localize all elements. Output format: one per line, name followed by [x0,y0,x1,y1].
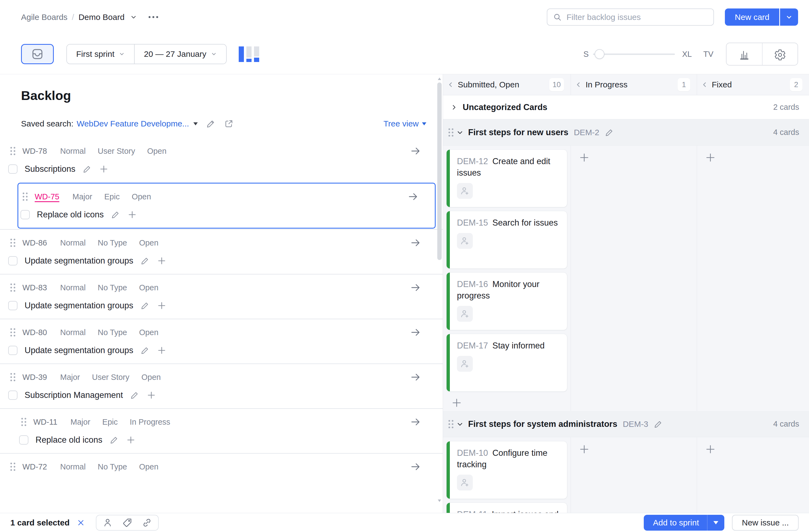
board-card[interactable]: DEM-11Import issues and articles [446,502,567,513]
search-input[interactable] [566,13,708,22]
new-issue-button[interactable]: New issue ... [732,515,798,531]
priority-field[interactable]: Major [72,192,92,201]
assignee-add-avatar[interactable] [457,306,473,322]
type-field[interactable]: User Story [92,373,130,382]
add-card-icon[interactable] [704,443,717,455]
add-to-sprint-dropdown[interactable] [707,515,724,531]
type-field[interactable]: Epic [102,417,118,427]
state-field[interactable]: Open [139,238,158,247]
edit-search-icon[interactable] [206,119,216,128]
issue-id-link[interactable]: WD-80 [22,328,47,337]
settings-button[interactable] [762,43,797,65]
card-id[interactable]: DEM-11 [457,510,487,513]
add-subtask-icon[interactable] [147,390,156,400]
issue-id-link[interactable]: WD-11 [33,417,57,427]
drag-handle-icon[interactable] [21,418,26,426]
edit-summary-icon[interactable] [109,435,119,445]
board-card[interactable]: DEM-12Create and edit issues [446,149,567,207]
backlog-scrollbar[interactable] [437,78,442,510]
sprint-name-dropdown[interactable]: First sprint [67,45,134,64]
priority-field[interactable]: Normal [60,462,85,471]
card-id[interactable]: DEM-10 [457,448,488,458]
issue-summary[interactable]: Update segmentation groups [24,256,133,266]
issue-checkbox[interactable] [8,165,17,174]
type-field[interactable]: User Story [98,147,135,156]
card-id[interactable]: DEM-15 [457,218,488,227]
move-to-board-icon[interactable] [410,237,421,248]
column-header-submitted-open[interactable]: Submitted, Open 10 [443,74,571,95]
board-card[interactable]: DEM-16Monitor your progress [446,272,567,330]
edit-swimlane-icon[interactable] [605,128,614,137]
add-subtask-icon[interactable] [126,435,136,445]
move-to-board-icon[interactable] [410,461,421,472]
add-subtask-icon[interactable] [157,301,167,310]
state-field[interactable]: Open [139,462,158,471]
backlog-item[interactable]: WD-72 Normal No Type Open [0,453,443,480]
add-card-icon[interactable] [578,152,590,164]
scrollbar-thumb[interactable] [437,83,442,260]
board-switcher-chevron-icon[interactable] [130,14,137,21]
collapse-chevron-icon[interactable] [456,420,464,428]
slider-knob[interactable] [595,49,604,59]
collapse-column-icon[interactable] [575,81,582,88]
more-options-icon[interactable] [149,16,158,18]
issue-summary[interactable]: Subscriptions [24,164,75,174]
link-issues-button[interactable] [139,516,155,530]
issue-summary[interactable]: Replace old icons [37,210,104,220]
drag-handle-icon[interactable] [23,192,28,201]
edit-summary-icon[interactable] [130,391,139,400]
issue-summary[interactable]: Replace old icons [35,435,102,445]
edit-swimlane-icon[interactable] [654,419,663,429]
type-field[interactable]: No Type [98,328,127,337]
move-to-board-icon[interactable] [410,327,421,338]
column-layout-icon[interactable] [239,47,259,62]
drag-handle-icon[interactable] [448,128,453,137]
backlog-item[interactable]: WD-80 Normal No Type Open Update segment… [0,319,443,363]
filter-search-box[interactable] [547,8,714,26]
card-id[interactable]: DEM-16 [457,279,488,289]
add-card-icon[interactable] [451,397,463,409]
scroll-down-icon[interactable] [438,499,441,502]
swimlane-title[interactable]: First steps for system administrators [468,419,617,429]
add-subtask-icon[interactable] [157,345,167,355]
issue-id-link[interactable]: WD-78 [22,147,47,156]
new-card-dropdown-button[interactable] [780,8,798,26]
priority-field[interactable]: Major [60,373,80,382]
priority-field[interactable]: Normal [60,238,85,247]
edit-summary-icon[interactable] [111,210,120,219]
drag-handle-icon[interactable] [11,373,15,381]
issue-summary[interactable]: Subscription Management [24,390,123,400]
collapse-column-icon[interactable] [447,81,454,88]
move-to-board-icon[interactable] [410,282,421,293]
issue-id-link[interactable]: WD-39 [22,373,47,382]
type-field[interactable]: No Type [98,283,127,292]
type-field[interactable]: Epic [104,192,120,201]
issue-id-link[interactable]: WD-86 [22,238,47,247]
drag-handle-icon[interactable] [448,420,453,428]
saved-search-link[interactable]: WebDev Feature Developme... [77,119,189,128]
move-to-board-icon[interactable] [408,191,418,202]
column-header-fixed[interactable]: Fixed 2 [697,74,809,95]
state-field[interactable]: In Progress [130,417,170,427]
type-field[interactable]: No Type [98,238,127,247]
state-field[interactable]: Open [132,192,151,201]
backlog-item[interactable]: WD-78 Normal User Story Open Subscriptio… [0,138,443,182]
edit-summary-icon[interactable] [83,165,92,174]
backlog-item[interactable]: WD-39 Major User Story Open Subscription… [0,363,443,408]
tv-mode-button[interactable]: TV [703,50,713,59]
swimlane-header-system-admins[interactable]: First steps for system administrators DE… [443,411,809,437]
tree-view-dropdown[interactable]: Tree view [383,119,426,128]
saved-search-caret-icon[interactable] [193,122,198,125]
priority-field[interactable]: Major [70,417,90,427]
column-header-in-progress[interactable]: In Progress 1 [571,74,697,95]
issue-checkbox[interactable] [8,256,17,265]
backlog-toggle-button[interactable] [21,44,54,64]
drag-handle-icon[interactable] [11,284,15,292]
issue-checkbox[interactable] [20,210,30,219]
state-field[interactable]: Open [139,283,158,292]
add-card-icon[interactable] [704,152,717,164]
add-subtask-icon[interactable] [99,164,109,174]
clear-selection-icon[interactable] [77,519,85,527]
edit-summary-icon[interactable] [140,346,150,355]
backlog-item[interactable]: WD-11 Major Epic In Progress Replace old… [0,408,443,453]
